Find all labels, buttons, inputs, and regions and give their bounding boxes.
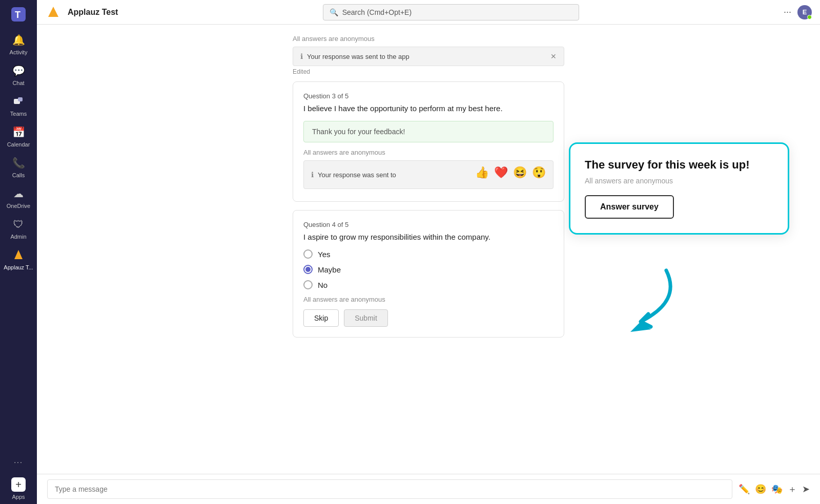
question-3-num: Question 3 of 5 <box>303 92 554 100</box>
skip-button[interactable]: Skip <box>303 309 339 327</box>
survey-container: All answers are anonymous ℹ Your respons… <box>293 35 564 338</box>
emoji-wow[interactable]: 😲 <box>532 166 546 179</box>
survey-popup: The survey for this week is up! All answ… <box>569 142 789 235</box>
sticker-icon[interactable]: 🎭 <box>771 484 783 495</box>
emoji-picker-icon[interactable]: 😊 <box>755 484 766 495</box>
option-yes[interactable]: Yes <box>303 249 554 259</box>
sidebar-admin-label: Admin <box>10 234 26 240</box>
option-no[interactable]: No <box>303 280 554 289</box>
sidebar-calendar-label: Calendar <box>7 141 30 148</box>
anon-text-top: All answers are anonymous <box>293 35 564 43</box>
search-box[interactable]: 🔍 Search (Cmd+Opt+E) <box>323 4 579 20</box>
search-icon: 🔍 <box>330 8 338 16</box>
message-actions: ✏️ 😊 🎭 ＋ ➤ <box>739 483 810 495</box>
more-icon: ··· <box>11 455 26 469</box>
option-no-label: No <box>318 281 327 289</box>
option-maybe[interactable]: Maybe <box>303 265 554 274</box>
calendar-icon: 📅 <box>11 125 26 139</box>
topbar-applauz-logo <box>45 4 61 20</box>
sidebar-item-calendar[interactable]: 📅 Calendar <box>0 121 37 152</box>
sidebar-apps-label: Apps <box>12 494 25 500</box>
content-area: All answers are anonymous ℹ Your respons… <box>37 25 820 474</box>
submit-button[interactable]: Submit <box>344 309 388 327</box>
thank-you-text: Thank you for your feedback! <box>312 128 405 136</box>
calls-icon: 📞 <box>11 156 26 170</box>
question-3-text: I believe I have the opportunity to perf… <box>303 104 554 113</box>
svg-marker-4 <box>14 250 23 259</box>
sidebar-item-chat[interactable]: 💬 Chat <box>0 59 37 90</box>
sidebar-item-more[interactable]: ··· <box>0 451 37 473</box>
svg-marker-5 <box>48 7 58 17</box>
teams-icon <box>11 94 26 109</box>
q4-anon-text: All answers are anonymous <box>303 296 554 303</box>
option-yes-label: Yes <box>318 250 330 259</box>
avatar-letter: E <box>803 8 807 16</box>
response-banner-left-1: ℹ Your response was sent to the app <box>300 52 409 60</box>
send-icon[interactable]: ➤ <box>802 484 810 495</box>
emoji-laugh[interactable]: 😆 <box>513 166 527 179</box>
response-banner-1: ℹ Your response was sent to the app ✕ <box>293 47 564 66</box>
sidebar-onedrive-label: OneDrive <box>7 203 30 209</box>
sidebar-item-teams[interactable]: Teams <box>0 90 37 121</box>
radio-maybe[interactable] <box>303 265 313 274</box>
sidebar-item-activity[interactable]: 🔔 Activity <box>0 29 37 59</box>
info-icon-2: ℹ <box>311 171 314 179</box>
sidebar-chat-label: Chat <box>12 80 24 86</box>
question-4-text: I aspire to grow my responsibilities wit… <box>303 233 554 241</box>
svg-rect-3 <box>18 97 23 101</box>
admin-icon: 🛡 <box>11 217 26 232</box>
popup-title: The survey for this week is up! <box>585 158 773 172</box>
emoji-row: 👍 ❤️ 😆 😲 <box>475 166 546 179</box>
radio-yes[interactable] <box>303 249 313 259</box>
arrow-indicator <box>600 260 682 342</box>
avatar[interactable]: E <box>797 5 812 19</box>
avatar-status-dot <box>807 15 812 19</box>
sidebar: T 🔔 Activity 💬 Chat Teams 📅 Calendar 📞 C… <box>0 0 37 504</box>
apps-add-icon: + <box>11 477 26 492</box>
onedrive-icon: ☁ <box>11 186 26 201</box>
sidebar-item-admin[interactable]: 🛡 Admin <box>0 213 37 244</box>
svg-text:T: T <box>15 10 20 20</box>
sidebar-calls-label: Calls <box>12 172 25 178</box>
sidebar-item-apps[interactable]: + Apps <box>0 473 37 504</box>
chat-icon: 💬 <box>11 64 26 78</box>
answer-survey-button[interactable]: Answer survey <box>585 195 674 219</box>
activity-icon: 🔔 <box>11 33 26 47</box>
search-placeholder: Search (Cmd+Opt+E) <box>342 8 412 16</box>
topbar-more-button[interactable]: ··· <box>784 7 791 17</box>
sidebar-applauz-label: Applauz T... <box>4 264 33 270</box>
sidebar-item-onedrive[interactable]: ☁ OneDrive <box>0 182 37 213</box>
edited-label: Edited <box>293 68 564 75</box>
question-4-card: Question 4 of 5 I aspire to grow my resp… <box>293 210 564 338</box>
response-banner-text-1: Your response was sent to the app <box>307 53 409 60</box>
close-banner-1[interactable]: ✕ <box>550 52 557 60</box>
sidebar-activity-label: Activity <box>10 49 28 55</box>
question-4-num: Question 4 of 5 <box>303 221 554 228</box>
format-icon[interactable]: ✏️ <box>739 484 750 495</box>
radio-no[interactable] <box>303 280 313 289</box>
sidebar-teams-label: Teams <box>10 111 27 117</box>
message-input[interactable] <box>47 479 732 499</box>
info-icon-1: ℹ <box>300 52 303 60</box>
main-panel: Applauz Test 🔍 Search (Cmd+Opt+E) ··· E … <box>37 0 820 504</box>
topbar: Applauz Test 🔍 Search (Cmd+Opt+E) ··· E <box>37 0 820 25</box>
emoji-thumbs-up[interactable]: 👍 <box>475 166 489 179</box>
topbar-actions: ··· E <box>784 5 812 19</box>
question-3-card: Question 3 of 5 I believe I have the opp… <box>293 81 564 202</box>
emoji-heart[interactable]: ❤️ <box>494 166 508 179</box>
q3-anon-text: All answers are anonymous <box>303 149 554 156</box>
search-container: 🔍 Search (Cmd+Opt+E) <box>124 4 777 20</box>
sidebar-teams-logo[interactable]: T <box>8 4 29 25</box>
attach-icon[interactable]: ＋ <box>788 483 797 495</box>
applauz-icon <box>11 248 26 262</box>
popup-anon-text: All answers are anonymous <box>585 177 773 185</box>
thank-you-box: Thank you for your feedback! <box>303 121 554 142</box>
card-buttons: Skip Submit <box>303 309 554 327</box>
page-title: Applauz Test <box>68 8 118 17</box>
response-banner-text-2: Your response was sent to <box>318 171 396 179</box>
response-banner-left-2: ℹ Your response was sent to <box>311 171 396 179</box>
sidebar-item-applauz[interactable]: Applauz T... <box>0 244 37 275</box>
response-banner-2: ℹ Your response was sent to 👍 ❤️ 😆 😲 <box>303 160 554 189</box>
option-maybe-label: Maybe <box>318 265 341 274</box>
sidebar-item-calls[interactable]: 📞 Calls <box>0 152 37 182</box>
